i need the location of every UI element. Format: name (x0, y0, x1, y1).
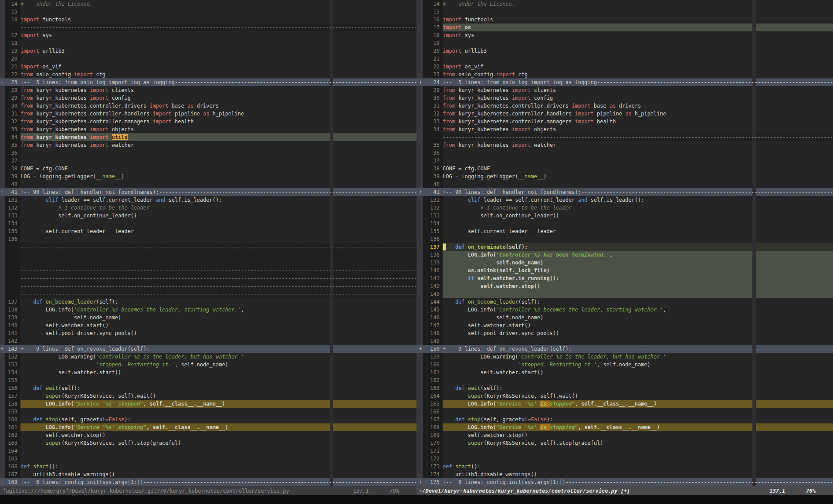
code-line[interactable]: 158 LOG.info("Service '%s' stopped", sel… (0, 400, 416, 408)
code-line[interactable]: 164 (0, 447, 416, 455)
code-line[interactable]: 142 (0, 337, 416, 345)
code-line[interactable]: 37 (0, 157, 416, 165)
code-line[interactable]: 29from kuryr_kubernetes import config (0, 94, 416, 102)
code-line[interactable]: 134 (416, 220, 833, 227)
code-line[interactable]: 164 super(KuryrK8sService, self).wait() (416, 392, 833, 400)
code-line[interactable]: 144 def on_become_leader(self): (416, 298, 833, 306)
code-line[interactable]: 172 (416, 455, 833, 463)
code-line[interactable]: 39LOG = logging.getLogger(__name__) (0, 173, 416, 180)
fold-line[interactable]: +41+-- 90 lines: def _handler_not_found(… (416, 188, 833, 196)
code-line[interactable]: 132 # I continue to be the leader (0, 204, 416, 212)
code-line[interactable]: 136 (416, 235, 833, 243)
code-line[interactable]: 165 LOG.info("Service '%s' is stopped", … (416, 400, 833, 408)
code-line[interactable]: 40 (0, 180, 416, 188)
code-line[interactable]: 161 LOG.info("Service '%s' stopping", se… (0, 423, 416, 431)
fold-marker-icon[interactable]: + (0, 345, 5, 353)
code-line[interactable]: 31from kuryr_kubernetes.controller.drive… (416, 102, 833, 110)
code-line[interactable]: 141 self.pool_driver.sync_pools() (0, 329, 416, 337)
code-line[interactable]: 23from oslo_config import cfg (416, 71, 833, 78)
code-line[interactable]: 35from kuryr_kubernetes import watcher (416, 141, 833, 149)
code-line[interactable]: 171 (416, 447, 833, 455)
code-line[interactable]: 14# under the License. (416, 0, 833, 8)
code-line[interactable]: 152 LOG.warning('Controller %s is the le… (0, 353, 416, 361)
code-line[interactable]: 159 (0, 408, 416, 416)
code-line[interactable]: 22import os_vif (416, 63, 833, 71)
code-line[interactable]: 134 (0, 220, 416, 227)
code-line[interactable]: 157 super(KuryrK8sService, self).wait() (0, 392, 416, 400)
code-line[interactable]: 133 self.on_continue_leader() (0, 212, 416, 220)
code-line[interactable]: 135 self.current_leader = leader (416, 227, 833, 235)
code-line[interactable]: 32from kuryr_kubernetes.controller.manag… (0, 118, 416, 125)
code-line[interactable]: 139 self.node_name) (0, 314, 416, 321)
code-line[interactable]: 35from kuryr_kubernetes import watcher (0, 141, 416, 149)
code-line[interactable]: 33from kuryr_kubernetes.controller.manag… (416, 118, 833, 125)
fold-marker-icon[interactable]: + (0, 478, 5, 486)
code-line[interactable]: 163 def wait(self): (416, 384, 833, 392)
code-line[interactable]: 140 self.watcher.start() (0, 321, 416, 329)
fold-marker-icon[interactable]: + (0, 188, 5, 196)
code-line[interactable]: 166 (416, 408, 833, 416)
code-line[interactable]: 156 def wait(self): (0, 384, 416, 392)
code-line[interactable]: 31from kuryr_kubernetes.controller.handl… (0, 110, 416, 118)
code-line[interactable]: 168 LOG.info("Service '%s' is stopping",… (416, 423, 833, 431)
code-line[interactable]: 161 self.watcher.start() (416, 369, 833, 376)
code-line[interactable]: 19import urllib3 (0, 47, 416, 55)
fold-line[interactable]: +23+-- 5 lines: from oslo_log import log… (0, 78, 416, 86)
code-line[interactable]: 132 # I continue to be the leader (416, 204, 833, 212)
code-line[interactable]: 21 (416, 55, 833, 63)
code-line[interactable]: 140 os.unlink(self._lock_file) (416, 267, 833, 274)
code-line[interactable]: 20import urllib3 (416, 47, 833, 55)
code-line[interactable]: 137 def on_become_leader(self): (0, 298, 416, 306)
code-line[interactable]: 30from kuryr_kubernetes.controller.drive… (0, 102, 416, 110)
code-line[interactable]: 148 self.pool_driver.sync_pools() (416, 329, 833, 337)
code-line[interactable]: 131 elif leader == self.current_leader a… (416, 196, 833, 204)
fold-marker-icon[interactable]: + (416, 345, 423, 353)
code-line[interactable]: 165 (0, 455, 416, 463)
code-line[interactable]: 131 elif leader == self.current_leader a… (0, 196, 416, 204)
code-line[interactable]: 30from kuryr_kubernetes import config (416, 94, 833, 102)
code-line[interactable]: 28from kuryr_kubernetes import clients (0, 86, 416, 94)
code-line[interactable]: 143 (416, 290, 833, 298)
code-line[interactable]: 174 urllib3.disable_warnings() (416, 470, 833, 478)
code-line[interactable]: 34from kuryr_kubernetes import utils (0, 133, 416, 141)
code-line[interactable]: 18 (0, 39, 416, 47)
code-line[interactable]: 155 (0, 376, 416, 384)
code-line[interactable]: 38CONF = cfg.CONF (0, 165, 416, 173)
code-line[interactable]: 133 self.on_continue_leader() (416, 212, 833, 220)
code-line[interactable]: 17import os (416, 24, 833, 31)
fold-line[interactable]: +41+-- 90 lines: def _handler_not_found(… (0, 188, 416, 196)
code-line[interactable]: 36 (416, 149, 833, 157)
code-line[interactable]: 159 LOG.warning('Controller %s is the le… (416, 353, 833, 361)
code-line[interactable]: 149 (416, 337, 833, 345)
code-line[interactable]: 29from kuryr_kubernetes import clients (416, 86, 833, 94)
diff-pane-right[interactable]: 14# under the License. 15 16import funct… (416, 0, 833, 486)
code-line[interactable]: 167 def stop(self, graceful=False): (416, 416, 833, 423)
code-line[interactable]: 135 self.current_leader = leader (0, 227, 416, 235)
code-line[interactable]: 160 def stop(self, graceful=False): (0, 416, 416, 423)
code-line[interactable]: 154 self.watcher.start() (0, 369, 416, 376)
code-line[interactable]: 14# under the License. (0, 0, 416, 8)
code-line[interactable]: 142 self.watcher.stop() (416, 282, 833, 290)
fold-line[interactable]: +168+-- 6 lines: config.init(sys.argv[1:… (0, 478, 416, 486)
code-line[interactable]: 153 'stopped. Restarting it.', self.node… (0, 361, 416, 369)
code-line[interactable]: 16import functools (0, 16, 416, 24)
code-line[interactable]: 17import sys (0, 31, 416, 39)
code-line[interactable]: 15 (416, 8, 833, 16)
fold-marker-icon[interactable]: + (416, 188, 423, 196)
code-line[interactable]: 162 self.watcher.stop() (0, 431, 416, 439)
code-line[interactable]: 18import sys (416, 31, 833, 39)
code-line[interactable]: 170 super(KuryrK8sService, self).stop(gr… (416, 439, 833, 447)
fold-marker-icon[interactable]: + (416, 78, 423, 86)
code-line[interactable]: 20 (0, 55, 416, 63)
code-line[interactable]: 19 (416, 39, 833, 47)
fold-line[interactable]: +150+-- 9 lines: def on_revoke_leader(se… (416, 345, 833, 353)
code-line[interactable]: 137 def on_terminate(self): (416, 243, 833, 251)
code-line[interactable]: 21import os_vif (0, 63, 416, 71)
code-line[interactable]: 136 (0, 235, 416, 243)
code-line[interactable]: 36 (0, 149, 416, 157)
code-line[interactable]: 138 LOG.info('Controller %s has been ter… (416, 251, 833, 259)
code-line[interactable]: 162 (416, 376, 833, 384)
code-line[interactable]: 147 self.watcher.start() (416, 321, 833, 329)
fold-line[interactable]: +175+-- 6 lines: config.init(sys.argv[1:… (416, 478, 833, 486)
code-line[interactable]: 163 super(KuryrK8sService, self).stop(gr… (0, 439, 416, 447)
